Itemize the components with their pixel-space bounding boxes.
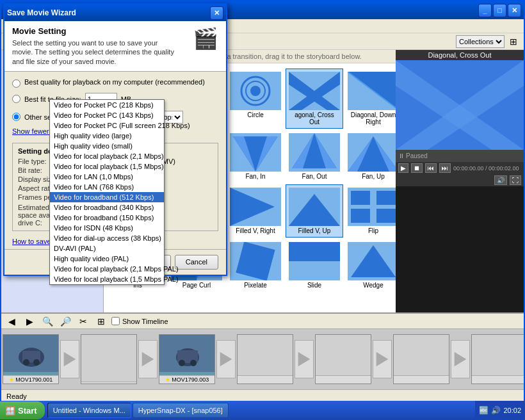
- desktop: Untitled - Windows Movie Maker _ □ ✕ Fil…: [0, 0, 525, 420]
- svg-marker-86: [298, 352, 311, 366]
- toolbar-grid[interactable]: ⊞: [506, 35, 521, 49]
- dropdown-item-12[interactable]: Video for broadband (150 Kbps): [50, 213, 164, 223]
- storyboard-clip-7[interactable]: [471, 334, 524, 384]
- transition-label-circle: Circle: [247, 111, 264, 118]
- transition-misc1[interactable]: Flip: [344, 184, 396, 238]
- transition-misc6[interactable]: Wedge: [344, 239, 396, 292]
- transition-label-misc6: Wedge: [363, 282, 384, 289]
- storyboard-clip-5[interactable]: [315, 334, 371, 384]
- transition-slot-2[interactable]: [138, 340, 158, 378]
- transition-thumb-misc4: [230, 242, 281, 280]
- clip-thumb-svg-1: [3, 335, 58, 372]
- dropdown-item-13[interactable]: Video for ISDN (48 Kbps): [50, 223, 164, 233]
- dropdown-item-4[interactable]: High quality video (large): [50, 131, 164, 141]
- dropdown-item-11[interactable]: Video for broadband (340 Kbps): [50, 202, 164, 213]
- show-timeline-label[interactable]: Show Timeline: [122, 318, 168, 325]
- rewind-button[interactable]: ⏮: [425, 163, 437, 173]
- minimize-button[interactable]: _: [478, 4, 492, 17]
- dropdown-item-6[interactable]: Video for local playback (2,1 Mbps): [50, 151, 164, 161]
- transition-circle[interactable]: Circle: [227, 69, 284, 129]
- dropdown-item-10[interactable]: Video for broadband (512 Kbps): [50, 192, 164, 202]
- transition-fan-in[interactable]: Fan, In: [227, 130, 284, 183]
- clip-label-4: [238, 375, 293, 384]
- storyboard-zoom-out[interactable]: 🔎: [58, 314, 73, 328]
- taskbar-app-hypersnap[interactable]: HyperSnap-DX - [snap056]: [133, 403, 229, 418]
- maximize-button[interactable]: □: [493, 4, 506, 17]
- wmm-titlebar-buttons: _ □ ✕: [478, 4, 521, 17]
- transition-thumb-fan-in: [230, 133, 281, 172]
- taskbar-app-wmm[interactable]: Untitled - Windows M...: [47, 403, 131, 418]
- dropdown-item-2[interactable]: Video for Pocket PC (143 Kbps): [50, 110, 164, 120]
- radio-best-quality-label[interactable]: Best quality for playback on my computer…: [24, 78, 205, 86]
- save-wizard-close-btn[interactable]: ✕: [210, 6, 223, 20]
- radio-other-settings[interactable]: [12, 113, 20, 121]
- toolbar-dropdown[interactable]: Collections: [456, 35, 505, 48]
- fullscreen-button[interactable]: ⛶: [510, 175, 521, 185]
- dropdown-item-17[interactable]: Video for local playback (2,1 Mbps PAL): [50, 264, 164, 274]
- transition-slot-5[interactable]: [373, 340, 392, 378]
- close-button[interactable]: ✕: [508, 4, 521, 17]
- storyboard-clip-2[interactable]: [81, 334, 137, 384]
- clip-label-2: [81, 382, 136, 384]
- transition-label-filled-v-right: Filled V, Right: [236, 227, 275, 234]
- dropdown-item-9[interactable]: Video for LAN (768 Kbps): [50, 182, 164, 192]
- dropdown-item-8[interactable]: Video for LAN (1,0 Mbps): [50, 172, 164, 182]
- transition-slot-4[interactable]: [295, 340, 314, 378]
- storyboard-clip-3[interactable]: ★ MOV1790.003: [159, 334, 215, 384]
- storyboard-split[interactable]: ⊞: [93, 314, 109, 328]
- dropdown-item-15[interactable]: DV-AVI (PAL): [50, 243, 164, 254]
- storyboard-zoom-in[interactable]: 🔍: [40, 314, 55, 328]
- storyboard-scissors[interactable]: ✂: [76, 314, 91, 328]
- storyboard-clip-1[interactable]: ★ MOV1790.001: [3, 334, 59, 384]
- transition-diag-down[interactable]: Diagonal, Down Right: [344, 69, 396, 129]
- status-text: Ready: [6, 392, 27, 400]
- radio-best-quality[interactable]: [12, 79, 20, 88]
- transition-slot-3[interactable]: [216, 340, 236, 378]
- start-button[interactable]: 🪟 Start: [0, 401, 45, 419]
- transition-slot-svg-4: [295, 351, 313, 367]
- dropdown-item-1[interactable]: Video for Pocket PC (218 Kbps): [50, 100, 164, 110]
- clip-label-3: ★ MOV1790.003: [159, 375, 214, 384]
- transition-slot-6[interactable]: [451, 340, 470, 378]
- save-wizard-icon: 🎬: [193, 26, 218, 52]
- clip-thumb-5: [316, 335, 371, 375]
- transition-filled-v-up[interactable]: Filled V, Up: [286, 184, 343, 238]
- storyboard-content: ★ MOV1790.001: [1, 329, 524, 389]
- clip-thumb-3: [159, 335, 214, 375]
- transition-slot-1[interactable]: [60, 340, 79, 378]
- dropdown-item-14[interactable]: Video for dial-up access (38 Kbps): [50, 233, 164, 243]
- storyboard-fwd-btn[interactable]: ▶: [22, 314, 37, 328]
- clip-thumb-svg-3: [159, 335, 214, 372]
- radio-best-fit[interactable]: [12, 95, 20, 103]
- storyboard-clip-4[interactable]: [237, 334, 293, 384]
- volume-controls: 🔊 ⛶: [396, 174, 524, 186]
- dropdown-item-16[interactable]: High quality video (PAL): [50, 254, 164, 264]
- storyboard-back-btn[interactable]: ◀: [4, 314, 19, 328]
- tray-icon-1: 🔤: [479, 406, 489, 415]
- dropdown-item-5[interactable]: High quality video (small): [50, 141, 164, 151]
- play-button[interactable]: ▶: [398, 163, 408, 173]
- dropdown-item-7[interactable]: Video for local playback (1,5 Mbps): [50, 161, 164, 172]
- transition-filled-v-right[interactable]: Filled V, Right: [227, 184, 284, 238]
- svg-rect-55: [376, 191, 396, 205]
- storyboard-clip-6[interactable]: [393, 334, 449, 384]
- save-wizard-header: Movie Setting Select the setting you wan…: [4, 21, 226, 72]
- show-timeline-checkbox[interactable]: [111, 317, 120, 325]
- volume-button[interactable]: 🔊: [494, 175, 507, 185]
- svg-point-23: [250, 86, 261, 96]
- transition-fan-out[interactable]: Fan, Out: [286, 130, 343, 183]
- stop-button[interactable]: ⏹: [411, 163, 423, 173]
- dropdown-item-18[interactable]: Video for local playback (1,5 Mbps PAL): [50, 274, 164, 284]
- transition-misc4[interactable]: Pixelate: [227, 239, 284, 292]
- transition-diag-cross[interactable]: agonal, Cross Out: [286, 69, 343, 129]
- preview-screen: [396, 60, 524, 150]
- transition-fan-up[interactable]: Fan, Up: [344, 130, 396, 183]
- fastforward-button[interactable]: ⏭: [439, 163, 451, 173]
- transition-misc5[interactable]: Slide: [286, 239, 343, 292]
- save-wizard-header-text: Movie Setting Select the setting you wan…: [12, 26, 179, 66]
- svg-rect-54: [351, 191, 370, 205]
- transition-thumb-fan-out: [289, 133, 340, 172]
- clip-thumb-2: [81, 335, 136, 382]
- dropdown-item-3[interactable]: Video for Pocket PC (Full screen 218 Kbp…: [50, 120, 164, 131]
- cancel-button[interactable]: Cancel: [175, 255, 218, 270]
